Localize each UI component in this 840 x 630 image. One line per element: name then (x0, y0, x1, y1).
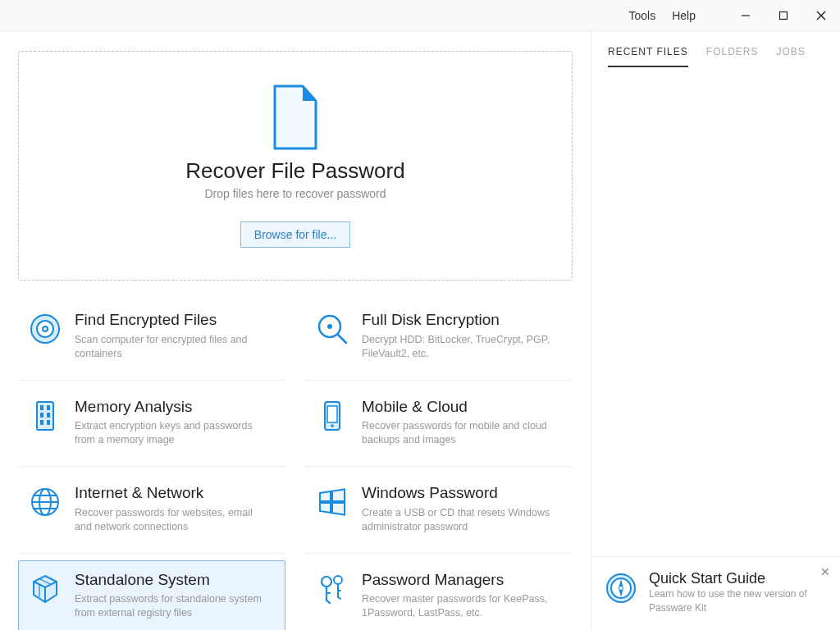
card-internet-network[interactable]: Internet & NetworkRecover passwords for … (18, 473, 285, 546)
side-tabs: RECENT FILES FOLDERS JOBS (591, 31, 840, 67)
dropzone-subtitle: Drop files here to recover password (205, 187, 386, 200)
svg-rect-15 (47, 405, 50, 410)
card-title: Windows Password (362, 484, 550, 503)
menu-tools[interactable]: Tools (621, 6, 664, 25)
svg-rect-21 (327, 406, 337, 422)
dropzone-title: Recover File Password (185, 158, 404, 184)
card-windows-password[interactable]: Windows PasswordCreate a USB or CD that … (305, 473, 573, 546)
main-panel: Recover File Password Drop files here to… (0, 31, 591, 630)
svg-rect-4 (780, 11, 788, 19)
back-icon[interactable] (59, 9, 82, 22)
tab-folders[interactable]: FOLDERS (706, 46, 759, 67)
keys-icon (316, 573, 349, 605)
card-title: Full Disk Encryption (362, 311, 550, 330)
card-title: Memory Analysis (75, 398, 263, 417)
home-icon[interactable] (18, 9, 41, 22)
qsg-desc: Learn how to use the new version of Pass… (649, 587, 813, 615)
card-title: Mobile & Cloud (362, 398, 550, 417)
menu-help[interactable]: Help (664, 6, 704, 25)
tab-jobs[interactable]: JOBS (777, 46, 806, 67)
windows-icon (316, 486, 349, 518)
disc-icon (29, 313, 62, 345)
card-desc: Create a USB or CD that resets Windows a… (362, 506, 550, 534)
card-title: Find Encrypted Files (75, 311, 263, 330)
window-maximize-icon[interactable] (765, 0, 802, 31)
window-minimize-icon[interactable] (727, 0, 765, 31)
window-close-icon[interactable] (802, 0, 840, 31)
card-find-encrypted-files[interactable]: Find Encrypted FilesScan computer for en… (18, 300, 285, 373)
tab-recent-files[interactable]: RECENT FILES (608, 46, 688, 67)
titlebar: Tools Help (0, 0, 840, 31)
card-desc: Recover master passwords for KeePass, 1P… (362, 592, 550, 620)
close-icon[interactable]: ✕ (820, 565, 830, 578)
side-panel: RECENT FILES FOLDERS JOBS Quick Start Gu… (591, 31, 840, 630)
svg-point-27 (334, 576, 342, 584)
file-icon (270, 84, 321, 150)
svg-rect-16 (40, 413, 43, 418)
card-desc: Scan computer for encrypted files and co… (75, 333, 263, 361)
svg-point-26 (322, 577, 331, 587)
card-mobile-cloud[interactable]: Mobile & CloudRecover passwords for mobi… (305, 387, 573, 460)
card-full-disk-encryption[interactable]: Full Disk EncryptionDecrypt HDD: BitLock… (305, 300, 573, 373)
dropzone[interactable]: Recover File Password Drop files here to… (18, 51, 573, 281)
cube-icon (29, 573, 62, 605)
card-title: Password Managers (362, 571, 550, 590)
forward-icon[interactable] (100, 9, 123, 22)
svg-point-22 (331, 424, 334, 427)
qsg-title: Quick Start Guide (649, 570, 813, 587)
mobile-icon (316, 399, 349, 432)
card-title: Internet & Network (75, 484, 263, 503)
feedback-icon[interactable] (704, 9, 727, 22)
card-desc: Recover passwords for mobile and cloud b… (362, 419, 550, 447)
svg-point-9 (43, 326, 48, 331)
magnifier-icon (316, 313, 349, 345)
card-desc: Extract passwords for standalone system … (75, 592, 263, 620)
svg-rect-13 (37, 402, 53, 430)
card-standalone-system[interactable]: Standalone SystemExtract passwords for s… (18, 560, 285, 630)
card-grid: Find Encrypted FilesScan computer for en… (18, 300, 573, 630)
card-title: Standalone System (75, 571, 263, 590)
svg-rect-18 (40, 420, 43, 425)
browse-button[interactable]: Browse for file... (240, 221, 350, 248)
card-password-managers[interactable]: Password ManagersRecover master password… (305, 560, 573, 630)
card-desc: Recover passwords for websites, email an… (75, 506, 263, 534)
card-desc: Extract encryption keys and passwords fr… (75, 419, 263, 447)
compass-icon (605, 572, 637, 605)
card-memory-analysis[interactable]: Memory AnalysisExtract encryption keys a… (18, 387, 285, 460)
svg-line-11 (338, 335, 346, 343)
svg-point-12 (327, 324, 332, 329)
card-desc: Decrypt HDD: BitLocker, TrueCrypt, PGP, … (362, 333, 550, 361)
globe-icon (29, 486, 62, 518)
memory-icon (29, 399, 62, 432)
svg-rect-17 (47, 413, 50, 418)
quick-start-guide[interactable]: Quick Start Guide Learn how to use the n… (591, 556, 840, 630)
svg-point-30 (619, 587, 623, 590)
svg-rect-14 (40, 405, 43, 410)
side-body (591, 67, 840, 556)
svg-rect-19 (47, 420, 50, 425)
